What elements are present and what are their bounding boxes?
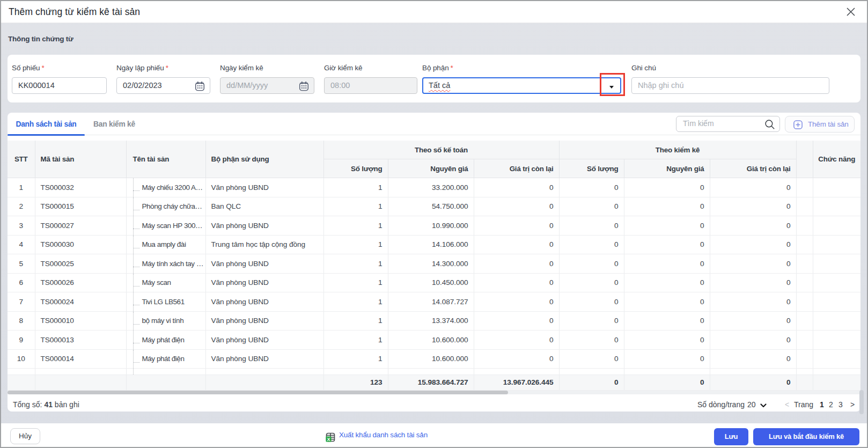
svg-text:X: X bbox=[327, 437, 330, 442]
